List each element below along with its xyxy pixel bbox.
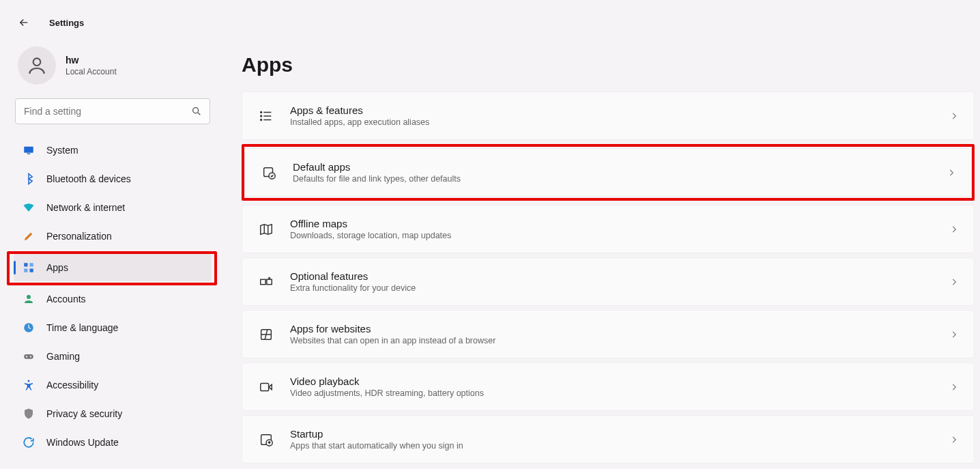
sidebar-item-personalization[interactable]: Personalization — [14, 223, 212, 250]
user-block[interactable]: hw Local Account — [14, 42, 212, 98]
window-title: Settings — [49, 18, 84, 28]
svg-point-8 — [27, 295, 31, 299]
card-title: Startup — [290, 428, 934, 440]
main-content: Apps Apps & features Installed apps, app… — [218, 42, 980, 468]
apps-icon — [22, 261, 35, 274]
sidebar-item-label: Gaming — [46, 351, 80, 362]
chevron-right-icon — [949, 382, 959, 392]
user-subtitle: Local Account — [66, 67, 117, 76]
map-icon — [257, 221, 275, 238]
default-apps-icon — [260, 164, 278, 182]
card-subtitle: Extra functionality for your device — [290, 283, 934, 293]
accessibility-icon — [22, 378, 35, 392]
card-subtitle: Video adjustments, HDR streaming, batter… — [290, 388, 934, 398]
highlight-box-sidebar: Apps — [7, 251, 217, 285]
sidebar-item-label: Privacy & security — [46, 408, 122, 419]
video-icon — [257, 378, 275, 396]
back-button[interactable] — [12, 11, 35, 34]
user-name: hw — [66, 55, 117, 66]
optional-features-icon — [257, 273, 275, 291]
svg-rect-6 — [24, 269, 27, 272]
svg-rect-2 — [24, 147, 33, 153]
svg-rect-22 — [261, 383, 269, 390]
sidebar-item-bluetooth[interactable]: Bluetooth & devices — [14, 165, 212, 193]
card-default-apps[interactable]: Default apps Defaults for file and link … — [244, 148, 972, 197]
sidebar-item-apps[interactable]: Apps — [14, 254, 212, 281]
paintbrush-icon — [22, 229, 35, 243]
sidebar-item-label: Accessibility — [46, 380, 98, 390]
chevron-right-icon — [949, 277, 959, 287]
highlight-box-main: Default apps Defaults for file and link … — [242, 144, 975, 201]
sidebar-item-time-language[interactable]: Time & language — [14, 314, 212, 341]
svg-point-15 — [261, 115, 262, 117]
card-subtitle: Defaults for file and link types, other … — [293, 174, 932, 184]
card-title: Apps for websites — [290, 323, 934, 335]
sidebar-item-windows-update[interactable]: Windows Update — [14, 429, 212, 456]
svg-point-1 — [193, 108, 199, 113]
chevron-right-icon — [949, 330, 959, 339]
card-startup[interactable]: Startup Apps that start automatically wh… — [242, 415, 975, 464]
chevron-right-icon — [949, 225, 959, 234]
svg-rect-20 — [267, 279, 272, 284]
card-offline-maps[interactable]: Offline maps Downloads, storage location… — [242, 205, 975, 253]
svg-point-11 — [26, 356, 27, 357]
svg-rect-3 — [27, 154, 31, 155]
bluetooth-icon — [22, 172, 35, 186]
sidebar-item-label: Personalization — [46, 231, 112, 242]
sidebar-item-label: Network & internet — [46, 202, 125, 213]
globe-clock-icon — [22, 321, 35, 335]
page-title: Apps — [242, 53, 975, 76]
svg-rect-10 — [24, 354, 33, 359]
arrow-left-icon — [18, 16, 30, 29]
card-subtitle: Downloads, storage location, map updates — [290, 231, 934, 240]
search-box — [15, 98, 210, 124]
svg-point-14 — [261, 111, 262, 113]
card-title: Video playback — [290, 375, 934, 387]
chevron-right-icon — [947, 168, 956, 177]
card-video-playback[interactable]: Video playback Video adjustments, HDR st… — [242, 363, 975, 411]
search-icon — [191, 106, 202, 117]
sidebar-item-label: Bluetooth & devices — [46, 173, 131, 184]
search-input[interactable] — [15, 98, 210, 124]
sidebar-item-system[interactable]: System — [14, 137, 212, 164]
chevron-right-icon — [949, 111, 959, 121]
card-title: Offline maps — [290, 218, 934, 229]
card-title: Optional features — [290, 270, 934, 282]
svg-rect-5 — [30, 263, 33, 266]
sidebar-item-label: Windows Update — [46, 437, 119, 448]
sidebar: hw Local Account System Bluetooth & devi… — [0, 42, 218, 468]
svg-point-16 — [261, 119, 262, 120]
sidebar-item-gaming[interactable]: Gaming — [14, 343, 212, 370]
sidebar-item-label: Time & language — [46, 322, 118, 333]
list-icon — [257, 107, 275, 125]
startup-icon — [257, 431, 275, 449]
card-title: Default apps — [293, 161, 932, 173]
wifi-icon — [22, 201, 35, 214]
card-apps-for-websites[interactable]: Apps for websites Websites that can open… — [242, 310, 975, 358]
svg-point-12 — [30, 356, 31, 357]
card-subtitle: Apps that start automatically when you s… — [290, 441, 934, 451]
sidebar-item-accessibility[interactable]: Accessibility — [14, 371, 212, 399]
sidebar-item-label: Apps — [46, 262, 68, 273]
sidebar-item-label: Accounts — [46, 294, 86, 304]
shield-icon — [22, 407, 35, 421]
avatar — [18, 46, 56, 85]
person-circle-icon — [22, 292, 35, 306]
svg-rect-7 — [30, 269, 33, 272]
card-optional-features[interactable]: Optional features Extra functionality fo… — [242, 257, 975, 306]
svg-point-0 — [33, 58, 41, 66]
card-subtitle: Websites that can open in an app instead… — [290, 336, 934, 345]
update-icon — [22, 436, 35, 449]
monitor-icon — [22, 143, 35, 157]
chevron-right-icon — [949, 435, 959, 444]
sidebar-item-accounts[interactable]: Accounts — [14, 285, 212, 313]
svg-rect-4 — [24, 263, 27, 266]
sidebar-item-network[interactable]: Network & internet — [14, 194, 212, 221]
sidebar-item-label: System — [46, 145, 78, 156]
gamepad-icon — [22, 350, 35, 363]
card-apps-features[interactable]: Apps & features Installed apps, app exec… — [242, 91, 975, 140]
svg-point-13 — [28, 380, 30, 382]
apps-websites-icon — [257, 326, 275, 343]
sidebar-item-privacy[interactable]: Privacy & security — [14, 400, 212, 427]
svg-rect-19 — [261, 279, 265, 284]
